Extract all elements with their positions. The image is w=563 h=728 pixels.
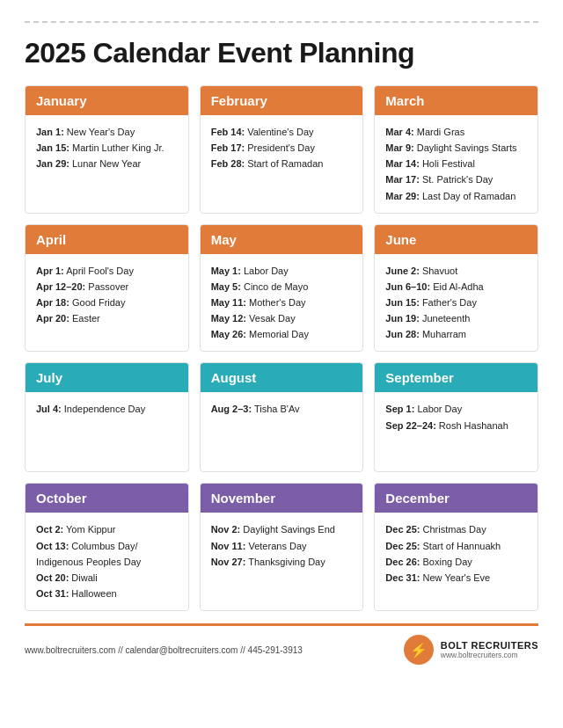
event-line: Mar 29: Last Day of Ramadan — [385, 188, 527, 204]
event-date: Sep 1: — [385, 404, 414, 414]
calendar-grid: JanuaryJan 1: New Year's DayJan 15: Mart… — [25, 85, 538, 611]
event-desc: Daylight Savings Starts — [414, 142, 517, 153]
event-desc: April Fool's Day — [64, 266, 134, 276]
event-desc: Juneteenth — [420, 313, 471, 324]
top-border — [25, 21, 538, 23]
event-desc: Halloween — [69, 588, 116, 599]
event-desc: Veterans Day — [245, 541, 306, 551]
month-header-july: July — [26, 363, 188, 392]
event-line: Oct 13: Columbus Day/ Indigenous Peoples… — [36, 538, 178, 570]
event-line: Nov 27: Thanksgiving Day — [211, 554, 353, 570]
month-body-january: Jan 1: New Year's DayJan 15: Martin Luth… — [26, 115, 188, 194]
month-card-may: MayMay 1: Labor DayMay 5: Cinco de MayoM… — [200, 224, 364, 353]
event-date: Mar 14: — [385, 158, 420, 169]
event-line: Feb 14: Valentine's Day — [211, 124, 353, 140]
event-date: Jan 1: — [36, 127, 64, 137]
event-desc: Labor Day — [241, 266, 289, 276]
month-card-june: JuneJune 2: ShavuotJun 6–10: Eid Al-Adha… — [374, 224, 538, 353]
month-card-august: AugustAug 2–3: Tisha B'Av — [200, 362, 364, 472]
event-line: Mar 4: Mardi Gras — [385, 124, 527, 140]
event-line: Sep 22–24: Rosh Hashanah — [385, 418, 527, 433]
event-desc: Tisha B'Av — [252, 404, 299, 414]
footer: www.boltrecruiters.com // calendar@boltr… — [25, 623, 538, 665]
event-line: Feb 28: Start of Ramadan — [211, 156, 353, 171]
event-date: Jun 6–10: — [385, 281, 430, 292]
bolt-logo-icon: ⚡ — [404, 635, 434, 665]
event-line: Apr 12–20: Passover — [36, 279, 178, 295]
event-line: Mar 14: Holi Festival — [385, 156, 527, 171]
event-desc: Good Friday — [69, 297, 126, 308]
event-desc: Valentine's Day — [245, 127, 313, 137]
event-desc: President's Day — [245, 142, 315, 153]
event-date: May 1: — [211, 266, 241, 276]
event-date: Apr 20: — [36, 313, 69, 324]
event-line: Oct 31: Halloween — [36, 586, 178, 601]
month-card-march: MarchMar 4: Mardi GrasMar 9: Daylight Sa… — [374, 85, 538, 214]
event-line: May 26: Memorial Day — [211, 326, 353, 342]
event-line: Dec 25: Christmas Day — [385, 521, 527, 537]
logo-url: www.boltrecruiters.com — [441, 651, 538, 659]
month-card-september: SeptemberSep 1: Labor DaySep 22–24: Rosh… — [374, 362, 538, 472]
event-date: Nov 27: — [211, 557, 246, 567]
event-desc: Eid Al-Adha — [430, 281, 484, 292]
event-line: Nov 11: Veterans Day — [211, 538, 353, 554]
event-line: Dec 25: Start of Hannuakh — [385, 538, 527, 554]
event-line: Oct 2: Yom Kippur — [36, 521, 178, 537]
month-header-april: April — [26, 225, 188, 254]
month-header-october: October — [26, 484, 188, 513]
event-desc: Muharram — [420, 329, 466, 339]
event-date: Mar 4: — [385, 127, 413, 137]
month-body-december: Dec 25: Christmas DayDec 25: Start of Ha… — [375, 513, 537, 594]
event-date: Jun 28: — [385, 329, 420, 339]
month-body-february: Feb 14: Valentine's DayFeb 17: President… — [201, 115, 363, 194]
logo-text-group: BOLT RECRUITERS www.boltrecruiters.com — [441, 640, 538, 659]
event-date: June 2: — [385, 266, 420, 276]
event-desc: Cinco de Mayo — [241, 281, 308, 292]
event-line: Aug 2–3: Tisha B'Av — [211, 401, 353, 417]
event-line: Sep 1: Labor Day — [385, 401, 527, 417]
event-line: Jun 15: Father's Day — [385, 295, 527, 310]
event-desc: Rosh Hashanah — [436, 420, 508, 431]
event-line: Feb 17: President's Day — [211, 140, 353, 156]
event-date: Aug 2–3: — [211, 404, 252, 414]
event-desc: New Year's Day — [64, 127, 135, 137]
event-line: Jan 1: New Year's Day — [36, 124, 178, 140]
event-date: Jun 15: — [385, 297, 420, 308]
month-header-march: March — [375, 86, 537, 115]
month-header-january: January — [26, 86, 188, 115]
event-date: Apr 18: — [36, 297, 69, 308]
event-date: Apr 12–20: — [36, 281, 85, 292]
event-date: Jan 15: — [36, 142, 69, 153]
month-card-november: NovemberNov 2: Daylight Savings EndNov 1… — [200, 483, 364, 611]
event-date: May 11: — [211, 297, 246, 308]
month-body-november: Nov 2: Daylight Savings EndNov 11: Veter… — [201, 513, 363, 592]
event-date: Oct 20: — [36, 572, 69, 583]
event-desc: Vesak Day — [246, 313, 296, 324]
event-date: Nov 2: — [211, 524, 241, 535]
event-desc: Martin Luther King Jr. — [69, 142, 165, 153]
page-title: 2025 Calendar Event Planning — [25, 37, 538, 69]
event-desc: Mother's Day — [246, 297, 306, 308]
event-line: Jun 6–10: Eid Al-Adha — [385, 279, 527, 295]
event-date: May 5: — [211, 281, 241, 292]
event-date: Oct 2: — [36, 524, 63, 535]
event-desc: Start of Hannuakh — [420, 541, 501, 551]
event-line: May 11: Mother's Day — [211, 295, 353, 310]
event-date: Feb 14: — [211, 127, 245, 137]
event-date: Dec 26: — [385, 557, 420, 567]
event-desc: Christmas Day — [420, 524, 486, 535]
event-date: May 26: — [211, 329, 246, 339]
event-date: Jun 19: — [385, 313, 420, 324]
event-line: Apr 1: April Fool's Day — [36, 263, 178, 279]
event-date: Mar 9: — [385, 142, 413, 153]
month-header-november: November — [201, 484, 363, 513]
event-date: Jan 29: — [36, 158, 69, 169]
event-line: Jun 19: Juneteenth — [385, 310, 527, 326]
month-card-february: FebruaryFeb 14: Valentine's DayFeb 17: P… — [200, 85, 364, 214]
event-date: Feb 17: — [211, 142, 245, 153]
event-line: Jan 15: Martin Luther King Jr. — [36, 140, 178, 156]
event-desc: Father's Day — [420, 297, 477, 308]
event-line: Jul 4: Independence Day — [36, 401, 178, 417]
month-body-march: Mar 4: Mardi GrasMar 9: Daylight Savings… — [375, 115, 537, 213]
month-card-april: AprilApr 1: April Fool's DayApr 12–20: P… — [25, 224, 189, 353]
